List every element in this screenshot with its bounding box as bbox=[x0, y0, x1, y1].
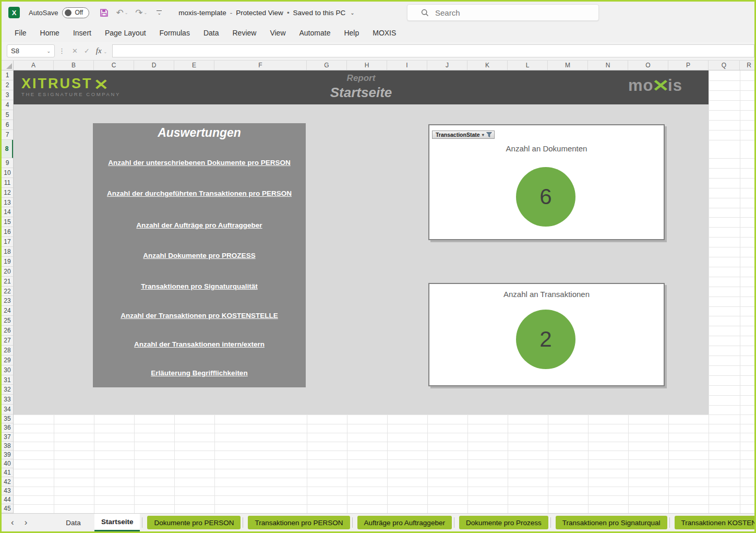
row-header-21[interactable]: 21 bbox=[2, 277, 13, 287]
panel-link-4[interactable]: Anzahl Dokumente pro PROZESS bbox=[93, 252, 306, 259]
column-header-D[interactable]: D bbox=[134, 61, 174, 70]
ribbon-tab-view[interactable]: View bbox=[263, 23, 292, 42]
column-header-Q[interactable]: Q bbox=[709, 61, 740, 70]
transactions-count-card[interactable]: Anzahl an Transaktionen 2 bbox=[428, 283, 665, 386]
sheet-tab-transaktionen-kostenstelle[interactable]: Transaktionen KOSTENSTELLE bbox=[675, 516, 754, 529]
row-header-16[interactable]: 16 bbox=[2, 227, 13, 237]
row-header-22[interactable]: 22 bbox=[2, 287, 13, 297]
excel-app-icon[interactable]: X bbox=[8, 7, 20, 18]
row-header-42[interactable]: 42 bbox=[2, 477, 13, 486]
row-header-38[interactable]: 38 bbox=[2, 442, 13, 451]
row-header-1[interactable]: 1 bbox=[2, 70, 13, 80]
column-header-C[interactable]: C bbox=[94, 61, 134, 70]
customize-quick-access-icon[interactable]: ⌄ bbox=[157, 10, 162, 15]
row-header-3[interactable]: 3 bbox=[2, 90, 13, 100]
column-header-N[interactable]: N bbox=[588, 61, 628, 70]
sheet-tab-dokumente-pro-prozess[interactable]: Dokumente pro Prozess bbox=[459, 516, 548, 529]
sheet-tab-startseite-active[interactable]: Startseite bbox=[94, 514, 140, 531]
row-header-14[interactable]: 14 bbox=[2, 207, 13, 217]
ribbon-tab-insert[interactable]: Insert bbox=[66, 23, 98, 42]
column-header-R[interactable]: R bbox=[740, 61, 754, 70]
row-header-20[interactable]: 20 bbox=[2, 267, 13, 277]
sheet-nav-prev-button[interactable]: ‹ bbox=[6, 517, 19, 528]
save-button[interactable] bbox=[100, 8, 109, 17]
panel-link-7[interactable]: Anzahl der Transaktionen intern/extern bbox=[93, 340, 306, 348]
row-header-15[interactable]: 15 bbox=[2, 217, 13, 227]
panel-link-8[interactable]: Erläuterung Begrifflichkeiten bbox=[93, 369, 306, 377]
row-header-4[interactable]: 4 bbox=[2, 100, 13, 110]
panel-link-1[interactable]: Anzahl der unterschriebenen Dokumente pr… bbox=[93, 159, 306, 167]
panel-link-5[interactable]: Transaktionen pro Signaturqualität bbox=[93, 282, 306, 290]
panel-link-6[interactable]: Anzahl der Transaktionen pro KOSTENSTELL… bbox=[93, 312, 306, 319]
row-header-18[interactable]: 18 bbox=[2, 247, 13, 257]
column-header-F[interactable]: F bbox=[214, 61, 307, 70]
column-header-K[interactable]: K bbox=[467, 61, 508, 70]
row-header-8[interactable]: 8 bbox=[2, 140, 13, 158]
search-bar[interactable] bbox=[407, 4, 599, 21]
sheet-tab-transaktionen-pro-signaturqual[interactable]: Transaktionen pro Signaturqual bbox=[556, 516, 667, 529]
ribbon-tab-file[interactable]: File bbox=[8, 23, 33, 42]
row-header-27[interactable]: 27 bbox=[2, 336, 13, 346]
row-header-25[interactable]: 25 bbox=[2, 316, 13, 326]
column-header-L[interactable]: L bbox=[508, 61, 548, 70]
row-header-7[interactable]: 7 bbox=[2, 130, 13, 140]
row-header-10[interactable]: 10 bbox=[2, 168, 13, 178]
ribbon-tab-help[interactable]: Help bbox=[337, 23, 366, 42]
row-header-9[interactable]: 9 bbox=[2, 158, 13, 168]
sheet-tab-data[interactable]: Data bbox=[54, 514, 92, 531]
column-header-E[interactable]: E bbox=[174, 61, 214, 70]
insert-function-button[interactable]: fx ⌄ bbox=[93, 46, 109, 55]
sheet-nav-next-button[interactable]: › bbox=[19, 517, 33, 528]
row-header-12[interactable]: 12 bbox=[2, 188, 13, 198]
document-title[interactable]: moxis-template - Protected View • Saved … bbox=[178, 9, 354, 17]
row-header-5[interactable]: 5 bbox=[2, 110, 13, 120]
row-header-33[interactable]: 33 bbox=[2, 395, 13, 405]
row-header-41[interactable]: 41 bbox=[2, 468, 13, 477]
row-header-6[interactable]: 6 bbox=[2, 120, 13, 130]
row-header-35[interactable]: 35 bbox=[2, 414, 13, 423]
column-header-B[interactable]: B bbox=[54, 61, 94, 70]
row-header-28[interactable]: 28 bbox=[2, 346, 13, 356]
cancel-entry-button[interactable]: ✕ bbox=[69, 47, 81, 55]
column-header-G[interactable]: G bbox=[307, 61, 347, 70]
formula-input[interactable] bbox=[112, 44, 754, 57]
row-header-19[interactable]: 19 bbox=[2, 257, 13, 267]
row-header-24[interactable]: 24 bbox=[2, 306, 13, 316]
ribbon-tab-formulas[interactable]: Formulas bbox=[153, 23, 197, 42]
select-all-corner[interactable] bbox=[2, 61, 14, 70]
undo-button[interactable]: ↶⌄ bbox=[116, 7, 128, 18]
panel-link-2[interactable]: Anzahl der durchgeführten Transaktionen … bbox=[93, 189, 306, 197]
row-header-29[interactable]: 29 bbox=[2, 356, 13, 365]
autosave-toggle[interactable]: Off bbox=[62, 7, 89, 18]
ribbon-tab-home[interactable]: Home bbox=[33, 23, 66, 42]
row-header-40[interactable]: 40 bbox=[2, 459, 13, 468]
column-header-J[interactable]: J bbox=[427, 61, 467, 70]
transaction-state-filter-button[interactable]: TransactionState ▾ bbox=[432, 131, 495, 139]
sheet-tab-transaktionen-pro-person[interactable]: Transaktionen pro PERSON bbox=[248, 516, 350, 529]
sheet-tab-aufträge-pro-auftraggeber[interactable]: Aufträge pro Auftraggeber bbox=[357, 516, 452, 529]
name-box[interactable]: S8 ⌄ bbox=[7, 44, 55, 57]
ribbon-tab-automate[interactable]: Automate bbox=[293, 23, 338, 42]
column-header-O[interactable]: O bbox=[628, 61, 668, 70]
row-header-17[interactable]: 17 bbox=[2, 237, 13, 247]
column-header-P[interactable]: P bbox=[668, 61, 709, 70]
row-header-45[interactable]: 45 bbox=[2, 504, 13, 513]
row-header-43[interactable]: 43 bbox=[2, 487, 13, 495]
panel-link-3[interactable]: Anzahl der Aufträge pro Auftraggeber bbox=[93, 221, 306, 229]
row-header-44[interactable]: 44 bbox=[2, 495, 13, 504]
column-header-M[interactable]: M bbox=[548, 61, 588, 70]
row-header-37[interactable]: 37 bbox=[2, 433, 13, 442]
row-header-11[interactable]: 11 bbox=[2, 178, 13, 188]
row-header-13[interactable]: 13 bbox=[2, 198, 13, 208]
row-header-34[interactable]: 34 bbox=[2, 405, 13, 414]
row-header-30[interactable]: 30 bbox=[2, 365, 13, 375]
ribbon-tab-page-layout[interactable]: Page Layout bbox=[98, 23, 153, 42]
row-header-31[interactable]: 31 bbox=[2, 375, 13, 385]
row-header-36[interactable]: 36 bbox=[2, 423, 13, 432]
ribbon-tab-moxis[interactable]: MOXIS bbox=[366, 23, 403, 42]
column-header-I[interactable]: I bbox=[387, 61, 427, 70]
documents-count-card[interactable]: TransactionState ▾ Anzahl an Dokumenten … bbox=[428, 124, 665, 240]
column-header-A[interactable]: A bbox=[14, 61, 54, 70]
row-header-39[interactable]: 39 bbox=[2, 451, 13, 459]
redo-button[interactable]: ↷⌄ bbox=[135, 7, 147, 18]
